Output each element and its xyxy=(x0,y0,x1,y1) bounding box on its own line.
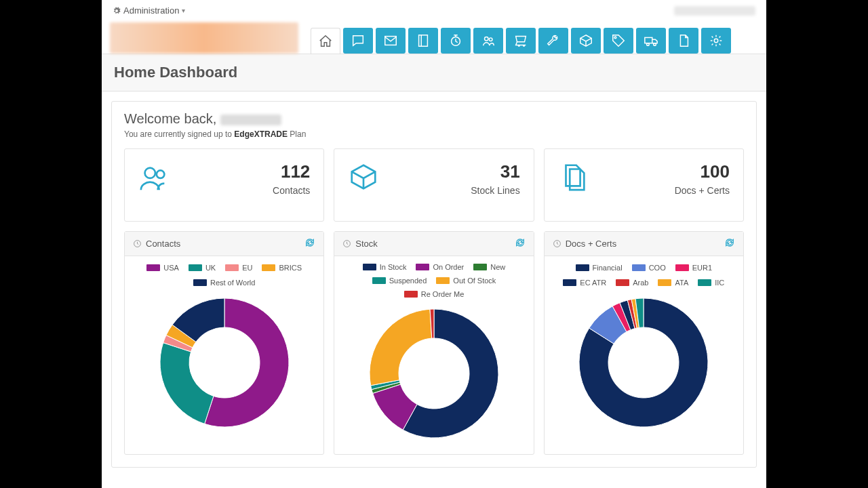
legend-item[interactable]: New xyxy=(473,263,505,271)
legend-item[interactable]: BRICS xyxy=(262,263,302,272)
logo xyxy=(110,22,298,54)
users-icon xyxy=(138,161,170,195)
donut-chart xyxy=(340,302,528,445)
legend-item[interactable]: EUR1 xyxy=(675,263,712,272)
legend-label: UK xyxy=(205,264,216,272)
legend-item[interactable]: In Stock xyxy=(363,263,407,271)
stat-label: Contacts xyxy=(273,185,310,196)
legend-item[interactable]: Arab xyxy=(616,278,648,287)
legend-item[interactable]: Financial xyxy=(576,263,623,272)
legend-label: EUR1 xyxy=(692,264,712,272)
stat-value: 31 xyxy=(471,161,519,182)
chart-title: Docs + Certs xyxy=(566,239,617,249)
legend-label: USA xyxy=(163,264,179,272)
nav-doc[interactable] xyxy=(669,28,698,54)
wrench-icon xyxy=(546,33,561,48)
chart-legend: FinancialCOOEUR1EC ATRArabATAIIC xyxy=(550,263,738,287)
legend-label: Rest of World xyxy=(210,279,255,287)
chart-card: Contacts USAUKEUBRICSRest of World xyxy=(124,231,324,455)
stat-value: 100 xyxy=(675,161,730,182)
legend-label: Out Of Stock xyxy=(453,277,496,285)
doc-icon xyxy=(676,33,691,48)
svg-point-3 xyxy=(485,37,489,41)
legend-label: BRICS xyxy=(279,264,302,272)
gear-icon xyxy=(709,33,724,48)
svg-point-10 xyxy=(145,168,155,178)
users-icon xyxy=(481,33,496,48)
nav-wrench[interactable] xyxy=(538,28,568,54)
chevron-down-icon: ▾ xyxy=(182,7,185,14)
legend-label: ATA xyxy=(675,279,688,287)
stat-label: Stock Lines xyxy=(471,185,519,196)
username-redacted xyxy=(220,115,281,125)
tag-icon xyxy=(611,33,626,48)
legend-label: Suspended xyxy=(389,277,427,285)
welcome-card: Welcome back, You are currently signed u… xyxy=(111,101,757,468)
nav-gear[interactable] xyxy=(701,28,731,54)
nav-clock[interactable] xyxy=(441,28,471,54)
admin-menu[interactable]: Administration ▾ xyxy=(113,5,185,16)
nav-home[interactable] xyxy=(311,28,340,54)
package-icon xyxy=(348,161,379,195)
legend-item[interactable]: EC ATR xyxy=(563,278,606,287)
cart-icon xyxy=(513,33,528,48)
primary-nav xyxy=(311,28,731,54)
refresh-button[interactable] xyxy=(515,237,526,250)
nav-cart[interactable] xyxy=(506,28,536,54)
legend-item[interactable]: EU xyxy=(225,263,252,272)
chart-legend: In StockOn OrderNewSuspendedOut Of Stock… xyxy=(340,263,528,298)
clock-icon xyxy=(553,239,561,248)
book-icon xyxy=(416,33,431,48)
plan-line: You are currently signed up to EdgeXTRAD… xyxy=(124,129,744,139)
legend-label: In Stock xyxy=(380,263,407,271)
clock-icon xyxy=(133,239,142,248)
nav-package[interactable] xyxy=(571,28,601,54)
chart-card: Docs + Certs FinancialCOOEUR1EC ATRArabA… xyxy=(544,231,744,455)
package-icon xyxy=(578,33,593,48)
nav-truck[interactable] xyxy=(636,28,666,54)
svg-point-7 xyxy=(647,43,650,46)
legend-item[interactable]: ATA xyxy=(658,278,688,287)
documents-icon xyxy=(558,161,589,195)
svg-rect-6 xyxy=(645,37,652,43)
legend-item[interactable]: On Order xyxy=(416,263,464,271)
refresh-icon xyxy=(515,237,526,248)
truck-icon xyxy=(644,33,658,48)
gear-icon xyxy=(113,7,121,15)
legend-label: On Order xyxy=(433,263,464,271)
legend-item[interactable]: Out Of Stock xyxy=(436,277,496,285)
stat-contacts[interactable]: 112Contacts xyxy=(124,148,324,222)
legend-item[interactable]: Suspended xyxy=(372,277,427,285)
user-menu[interactable] xyxy=(674,6,755,16)
legend-item[interactable]: Rest of World xyxy=(193,278,255,287)
legend-item[interactable]: UK xyxy=(189,263,216,272)
chat-icon xyxy=(351,33,366,48)
legend-label: Financial xyxy=(593,264,623,272)
legend-label: EU xyxy=(242,264,252,272)
donut-chart xyxy=(130,291,318,434)
nav-tag[interactable] xyxy=(604,28,633,54)
stat-stock[interactable]: 31Stock Lines xyxy=(334,148,534,222)
legend-item[interactable]: COO xyxy=(632,263,666,272)
svg-point-8 xyxy=(654,43,656,46)
stat-docs[interactable]: 100Docs + Certs xyxy=(544,148,744,222)
refresh-button[interactable] xyxy=(304,237,315,250)
admin-label: Administration xyxy=(123,5,179,16)
legend-item[interactable]: USA xyxy=(146,263,179,272)
nav-book[interactable] xyxy=(408,28,438,54)
legend-label: IIC xyxy=(715,279,724,287)
refresh-button[interactable] xyxy=(724,237,735,250)
svg-point-4 xyxy=(489,38,492,41)
chart-title: Stock xyxy=(355,239,378,249)
svg-point-5 xyxy=(614,37,616,39)
stat-label: Docs + Certs xyxy=(675,185,730,196)
nav-chat[interactable] xyxy=(343,28,373,54)
home-icon xyxy=(318,34,333,49)
page-title: Home Dashboard xyxy=(114,64,754,81)
welcome-greeting: Welcome back, xyxy=(124,111,744,127)
nav-users[interactable] xyxy=(473,28,503,54)
legend-item[interactable]: IIC xyxy=(698,278,724,287)
nav-mail[interactable] xyxy=(376,28,406,54)
legend-item[interactable]: Re Order Me xyxy=(404,290,465,298)
legend-label: Arab xyxy=(633,279,648,287)
